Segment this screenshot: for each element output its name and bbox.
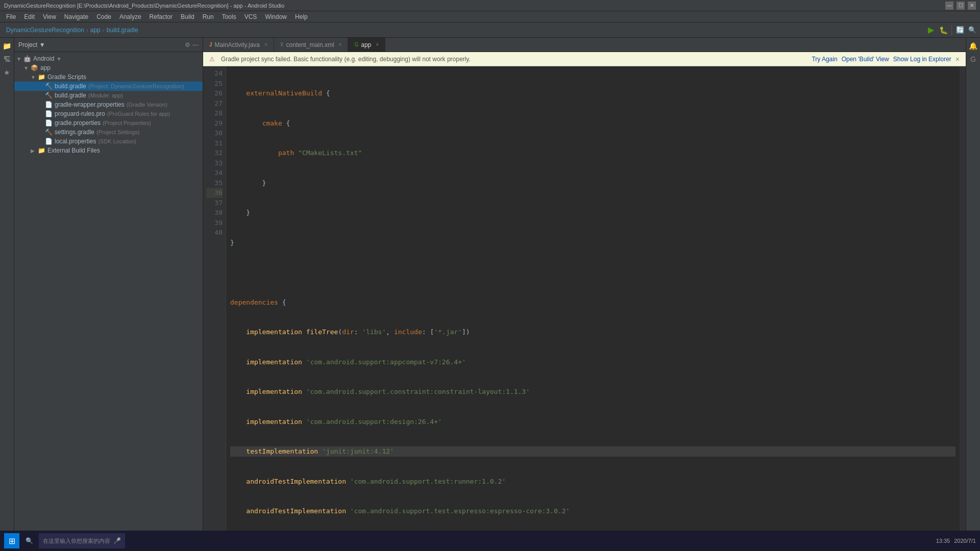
tree-item-settings-gradle[interactable]: 🔨 settings.gradle (Project Settings) [14, 128, 203, 137]
tree-item-gradle-props[interactable]: 📄 gradle.properties (Project Properties) [14, 118, 203, 128]
breadcrumb-file[interactable]: build.gradle [107, 27, 138, 34]
tree-label-build-gradle-project: build.gradle [55, 83, 86, 90]
menu-window[interactable]: Window [261, 12, 291, 21]
tree-label-app: app [40, 64, 51, 71]
tab-close-app[interactable]: × [376, 42, 379, 47]
code-editor[interactable]: 24 25 26 27 28 29 30 31 32 33 34 35 36 3… [203, 66, 966, 551]
windows-start-button[interactable]: ⊞ [4, 533, 19, 548]
proguard-icon: 📄 [45, 110, 53, 117]
tree-label-gradle-wrapper: gradle-wrapper.properties [55, 101, 125, 108]
tree-item-app[interactable]: ▼ 📦 app [14, 63, 203, 72]
menu-refactor[interactable]: Refactor [145, 12, 177, 21]
breadcrumb-sep2: › [103, 27, 105, 34]
notifications-icon[interactable]: 🔔 [967, 40, 979, 52]
menu-help[interactable]: Help [291, 12, 312, 21]
code-line-32: implementation fileTree(dir: 'libs', inc… [230, 327, 955, 337]
minimize-button[interactable]: — [945, 2, 953, 10]
code-line-33: implementation 'com.android.support:appc… [230, 357, 955, 367]
tree-item-local-props[interactable]: 📄 local.properties (SDK Location) [14, 137, 203, 146]
menu-analyze[interactable]: Analyze [115, 12, 145, 21]
line-numbers: 24 25 26 27 28 29 30 31 32 33 34 35 36 3… [203, 66, 226, 551]
java-file-icon: J [209, 42, 212, 47]
menu-view[interactable]: View [39, 12, 60, 21]
tree-sublabel-7: (SDK Location) [98, 138, 136, 144]
tab-label-content-xml: content_main.xml [286, 41, 334, 48]
tree-label-gradle-props: gradle.properties [55, 119, 101, 127]
tree-sublabel-4: (ProGuard Rules for app) [107, 111, 170, 117]
tree-arrow-empty5 [38, 120, 45, 126]
tree-arrow-empty3 [38, 102, 45, 108]
tab-close-content-xml[interactable]: × [339, 42, 342, 47]
tab-content-main-xml[interactable]: X content_main.xml × [274, 38, 349, 52]
xml-file-icon: X [280, 42, 284, 47]
tree-item-build-gradle-project[interactable]: 🔨 build.gradle (Project: DynamicGestureR… [14, 82, 203, 91]
breadcrumb-module[interactable]: app [90, 27, 101, 34]
gradle-icon-1: 🔨 [45, 83, 53, 90]
try-again-link[interactable]: Try Again [812, 56, 837, 63]
menu-build[interactable]: Build [177, 12, 199, 21]
code-line-35: implementation 'com.android.support:desi… [230, 417, 955, 427]
tree-arrow: ▼ [16, 56, 23, 62]
code-line-26: path "CMakeLists.txt" [230, 148, 955, 158]
code-line-36: testImplementation 'junit:junit:4.12' [230, 446, 955, 457]
project-icon[interactable]: 📁 [1, 40, 13, 52]
menu-edit[interactable]: Edit [20, 12, 39, 21]
folder-icon-app: 📦 [31, 64, 38, 71]
tree-item-gradle-scripts[interactable]: ▼ 📁 Gradle Scripts [14, 72, 203, 82]
banner-error-icon: ⚠ [209, 56, 215, 63]
tab-mainactivity[interactable]: J MainActivity.java × [203, 38, 274, 52]
tree-item-gradle-wrapper[interactable]: 📄 gradle-wrapper.properties (Gradle Vers… [14, 100, 203, 109]
tree-dropdown[interactable]: ▼ [56, 56, 61, 62]
tree-label-android: Android [33, 55, 54, 62]
taskbar-input[interactable]: 在这里输入你想搜索的内容 🎤 [39, 533, 125, 548]
project-panel: Project ▼ ⚙ — ▼ 🤖 Android ▼ ▼ 📦 app ▼ 📁 [14, 38, 203, 551]
right-sidebar-icons: 🔔 G [966, 38, 980, 551]
panel-settings[interactable]: ⚙ [185, 41, 190, 48]
menu-tools[interactable]: Tools [218, 12, 240, 21]
tree-arrow-empty4 [38, 111, 45, 117]
tab-label-mainactivity: MainActivity.java [215, 41, 260, 48]
code-line-28: } [230, 208, 955, 218]
sync-banner-text: Gradle project sync failed. Basic functi… [221, 56, 807, 63]
tab-build-gradle[interactable]: G app × [348, 38, 385, 52]
debug-button[interactable]: 🐛 [938, 24, 949, 36]
menu-code[interactable]: Code [92, 12, 115, 21]
show-log-link[interactable]: Show Log in Explorer [893, 56, 951, 63]
structure-icon[interactable]: 🏗 [1, 53, 13, 65]
tree-arrow-external: ▶ [31, 148, 38, 154]
gradle-side-icon[interactable]: G [967, 53, 979, 65]
open-build-link[interactable]: Open 'Build' View [842, 56, 889, 63]
menu-vcs[interactable]: VCS [240, 12, 261, 21]
menu-file[interactable]: File [2, 12, 20, 21]
favorites-icon[interactable]: ★ [1, 66, 13, 79]
tree-arrow-app: ▼ [23, 65, 31, 71]
banner-close[interactable]: × [955, 55, 960, 63]
android-icon: 🤖 [23, 55, 31, 62]
tab-label-app: app [361, 41, 371, 48]
taskbar-search-text: 在这里输入你想搜索的内容 [43, 537, 110, 545]
close-button[interactable]: ✕ [968, 2, 976, 10]
tree-item-android[interactable]: ▼ 🤖 Android ▼ [14, 54, 203, 63]
menu-navigate[interactable]: Navigate [60, 12, 92, 21]
code-line-31: dependencies { [230, 297, 955, 308]
tab-close-mainactivity[interactable]: × [264, 42, 267, 47]
panel-collapse[interactable]: — [192, 41, 199, 48]
menu-run[interactable]: Run [199, 12, 218, 21]
search-button[interactable]: 🔍 [967, 24, 978, 36]
run-button[interactable]: ▶ [925, 24, 937, 36]
editor-area: J MainActivity.java × X content_main.xml… [203, 38, 966, 551]
sync-button[interactable]: 🔄 [954, 24, 966, 36]
tree-arrow-empty6 [38, 130, 45, 135]
maximize-button[interactable]: ☐ [957, 2, 965, 10]
window-controls[interactable]: — ☐ ✕ [945, 2, 976, 10]
tree-item-external-build[interactable]: ▶ 📁 External Build Files [14, 146, 203, 155]
breadcrumb-project[interactable]: DynamicGestureRecognition [6, 27, 84, 34]
tree-item-build-gradle-module[interactable]: 🔨 build.gradle (Module: app) [14, 91, 203, 100]
code-line-24: externalNativeBuild { [230, 88, 955, 98]
taskbar: ⊞ 🔍 在这里输入你想搜索的内容 🎤 13:35 2020/7/1 [0, 531, 980, 551]
taskbar-search[interactable]: 🔍 [21, 533, 37, 548]
windows-icon: ⊞ [9, 536, 15, 546]
code-content[interactable]: externalNativeBuild { cmake { path "CMak… [226, 66, 960, 551]
menu-bar: File Edit View Navigate Code Analyze Ref… [0, 11, 980, 22]
tree-item-proguard[interactable]: 📄 proguard-rules.pro (ProGuard Rules for… [14, 109, 203, 118]
